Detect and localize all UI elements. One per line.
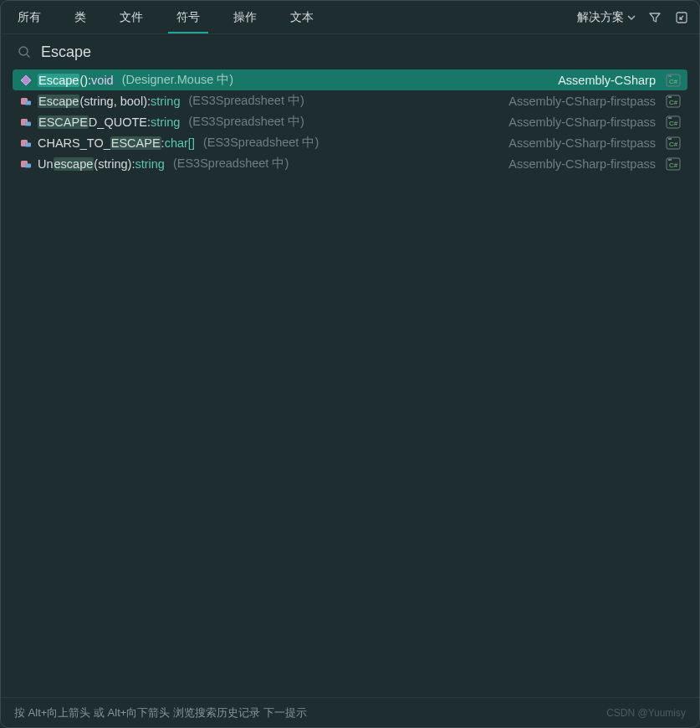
search-row [1,34,699,69]
symbol-return-type: string [151,95,180,108]
search-icon [18,45,31,59]
svg-text:C#: C# [669,161,678,169]
symbol-signature: (): [79,74,91,87]
svg-text:C#: C# [669,78,678,85]
symbol-return-type: void [91,74,114,87]
tab-files[interactable]: 文件 [103,1,160,33]
result-main: Escape(string, bool):string(ES3Spreadshe… [38,93,503,109]
result-row[interactable]: CHARS_TO_ESCAPE:char[](ES3Spreadsheet 中)… [13,132,687,153]
header-bar: 所有 类 文件 符号 操作 文本 解决方案 [1,1,699,34]
pin-button[interactable] [674,10,689,25]
method-ext-icon [19,95,33,107]
symbol-return-type: string [151,115,180,129]
tab-classes[interactable]: 类 [58,1,103,33]
field-icon [19,137,33,149]
symbol-signature: (string, bool): [79,95,151,108]
tab-all[interactable]: 所有 [1,1,58,33]
scope-label: 解决方案 [577,10,624,25]
watermark: CSDN @Yuumisy [606,707,686,719]
svg-rect-20 [668,138,672,140]
method-icon [19,74,33,86]
symbol-context: (Designer.Mouse 中) [122,72,233,88]
svg-rect-18 [25,142,31,146]
results-list: Escape():void(Designer.Mouse 中)Assembly-… [1,69,699,697]
svg-rect-13 [25,121,31,126]
symbol-context: (ES3Spreadsheet 中) [188,93,304,109]
csharp-file-icon: C# [666,157,681,171]
svg-rect-5 [668,75,672,77]
symbol-return-type: string [135,157,164,171]
result-assembly: Assembly-CSharp-firstpass [508,136,656,150]
filter-icon [648,11,662,24]
result-main: CHARS_TO_ESCAPE:char[](ES3Spreadsheet 中) [38,135,503,151]
filter-button[interactable] [647,10,662,25]
search-everywhere-window: 所有 类 文件 符号 操作 文本 解决方案 Escape():void(Desi… [0,0,700,728]
symbol-name: ESCAPED_QUOTE [38,115,147,129]
csharp-file-icon: C# [666,136,681,150]
footer-bar: 按 Alt+向上箭头 或 Alt+向下箭头 浏览搜索历史记录 下一提示 CSDN… [1,697,699,727]
result-assembly: Assembly-CSharp-firstpass [508,115,656,129]
svg-text:C#: C# [669,141,678,148]
field-icon [19,116,33,128]
svg-rect-10 [668,96,672,98]
svg-point-1 [19,47,28,55]
svg-rect-8 [25,100,31,105]
chevron-down-icon [627,13,636,22]
open-in-tool-window-icon [675,11,688,24]
result-row[interactable]: ESCAPED_QUOTE:string(ES3Spreadsheet 中)As… [13,111,687,132]
result-row[interactable]: Escape(string, bool):string(ES3Spreadshe… [13,90,687,111]
tab-symbols[interactable]: 符号 [160,1,217,33]
symbol-return-type: char[] [165,136,195,150]
result-main: ESCAPED_QUOTE:string(ES3Spreadsheet 中) [38,114,503,130]
svg-text:C#: C# [669,99,678,106]
footer-hint: 按 Alt+向上箭头 或 Alt+向下箭头 浏览搜索历史记录 下一提示 [14,705,307,720]
result-assembly: Assembly-CSharp [558,74,656,87]
symbol-name: Escape [38,74,79,87]
symbol-name: CHARS_TO_ESCAPE [38,136,161,150]
svg-text:C#: C# [669,120,678,127]
header-right: 解决方案 [577,10,689,25]
csharp-file-icon: C# [666,95,681,108]
result-main: Escape():void(Designer.Mouse 中) [38,72,553,88]
symbol-signature: (string): [94,157,135,171]
result-assembly: Assembly-CSharp-firstpass [508,157,656,171]
tab-text[interactable]: 文本 [273,1,330,33]
symbol-name: Escape [38,95,79,108]
result-main: Unescape(string):string(ES3Spreadsheet 中… [38,156,503,172]
symbol-context: (ES3Spreadsheet 中) [188,114,304,130]
symbol-context: (ES3Spreadsheet 中) [203,135,319,151]
symbol-name: Unescape [38,157,94,171]
tab-bar: 所有 类 文件 符号 操作 文本 [1,1,330,33]
search-input[interactable] [41,44,682,61]
csharp-file-icon: C# [666,115,681,129]
svg-rect-25 [668,159,672,161]
result-row[interactable]: Unescape(string):string(ES3Spreadsheet 中… [13,153,687,174]
scope-selector[interactable]: 解决方案 [577,10,636,25]
svg-line-2 [27,54,30,58]
tab-actions[interactable]: 操作 [217,1,273,33]
result-assembly: Assembly-CSharp-firstpass [508,95,656,108]
svg-rect-15 [668,117,672,119]
symbol-context: (ES3Spreadsheet 中) [173,156,289,172]
svg-marker-3 [21,75,31,85]
svg-rect-23 [25,163,31,167]
result-row[interactable]: Escape():void(Designer.Mouse 中)Assembly-… [13,69,687,90]
method-ext-icon [19,158,33,170]
csharp-file-icon: C# [666,74,681,87]
